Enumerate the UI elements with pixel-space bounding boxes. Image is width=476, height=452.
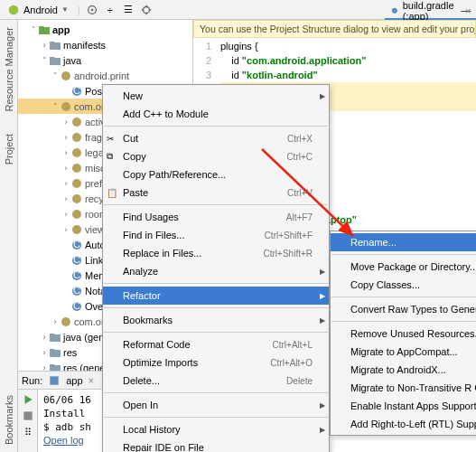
menu-item[interactable]: Delete...Delete xyxy=(103,372,329,390)
menu-item[interactable]: Replace in Files...Ctrl+Shift+R xyxy=(103,244,329,262)
menu-item[interactable]: Enable Instant Apps Support... xyxy=(331,397,476,415)
menu-item[interactable]: 📋PasteCtrl+V xyxy=(103,184,329,202)
filter-icon[interactable]: ÷ xyxy=(104,4,117,16)
rerun-icon[interactable] xyxy=(22,393,34,406)
menu-item[interactable]: Migrate to AndroidX... xyxy=(331,361,476,379)
svg-point-9 xyxy=(72,118,81,127)
svg-point-8 xyxy=(61,102,70,111)
svg-text:C: C xyxy=(73,85,80,96)
menu-item[interactable]: Reformat CodeCtrl+Alt+L xyxy=(103,335,329,353)
run-tab-name[interactable]: app xyxy=(66,375,82,386)
config-dropdown[interactable]: Android ▼ xyxy=(4,4,72,16)
menu-item[interactable]: ✂CutCtrl+X xyxy=(103,129,329,147)
svg-point-16 xyxy=(72,225,81,234)
menu-item[interactable]: Copy Classes...F5 xyxy=(331,276,476,294)
menu-item[interactable]: New▶ xyxy=(103,87,329,105)
tree-node[interactable]: ˅android.print xyxy=(18,68,192,83)
side-tab-project[interactable]: Project xyxy=(4,134,14,165)
menu-item[interactable]: Remove Unused Resources... xyxy=(331,325,476,343)
svg-text:C: C xyxy=(73,285,80,296)
menu-item[interactable]: Open In▶ xyxy=(103,396,329,414)
svg-text:C: C xyxy=(73,300,80,311)
svg-point-5 xyxy=(61,71,70,80)
context-menu[interactable]: New▶Add C++ to Module✂CutCtrl+X⧉CopyCtrl… xyxy=(102,84,330,452)
menu-item[interactable]: Refactor▶ xyxy=(103,287,329,305)
menu-item[interactable]: Move Package or Directory...F6 xyxy=(331,258,476,276)
svg-rect-30 xyxy=(23,411,32,419)
menu-item[interactable]: Optimize ImportsCtrl+Alt+O xyxy=(103,353,329,372)
tree-node[interactable]: ˅java xyxy=(18,52,192,68)
svg-point-4 xyxy=(392,8,397,14)
close-run-tab-icon[interactable]: × xyxy=(89,375,94,386)
menu-item[interactable]: Add C++ to Module xyxy=(103,105,329,123)
menu-item[interactable]: Convert Raw Types to Generics... xyxy=(331,300,476,318)
run-label: Run: xyxy=(22,375,42,386)
layout-icon[interactable]: ⠿ xyxy=(22,426,34,438)
menu-item[interactable]: Add Right-to-Left (RTL) Support... xyxy=(331,415,476,433)
svg-point-15 xyxy=(72,210,81,219)
chevron-down-icon: ▼ xyxy=(61,5,69,14)
config-label: Android xyxy=(23,5,58,15)
settings-icon[interactable] xyxy=(140,4,153,16)
side-tab-resource-manager[interactable]: Resource Manager xyxy=(4,27,14,112)
menu-item[interactable]: Repair IDE on File xyxy=(103,438,329,452)
svg-point-0 xyxy=(9,5,19,14)
android-icon xyxy=(7,4,20,16)
menu-item[interactable]: Analyze▶ xyxy=(103,262,329,280)
svg-text:C: C xyxy=(73,269,80,280)
menu-item[interactable]: Migrate to AppCompat... xyxy=(331,343,476,361)
menu-item[interactable]: Bookmarks▶ xyxy=(103,311,329,329)
menu-item[interactable]: Migrate to Non-Transitive R Classes... xyxy=(331,379,476,397)
stop-icon[interactable] xyxy=(22,410,34,422)
svg-text:C: C xyxy=(73,239,80,250)
side-tab-bookmarks[interactable]: Bookmarks xyxy=(4,395,14,445)
svg-point-3 xyxy=(143,6,149,13)
close-tab-icon[interactable]: × xyxy=(465,5,471,16)
svg-point-11 xyxy=(72,148,81,157)
menu-item[interactable]: Rename...Shift+F6 xyxy=(331,233,476,251)
menu-item[interactable]: Find in Files...Ctrl+Shift+F xyxy=(103,226,329,244)
svg-point-2 xyxy=(90,8,93,11)
menu-item[interactable]: ⧉CopyCtrl+C xyxy=(103,147,329,165)
menu-item[interactable]: Copy Path/Reference... xyxy=(103,165,329,184)
svg-point-27 xyxy=(61,317,70,326)
hint-banner[interactable]: You can use the Project Structure dialog… xyxy=(193,20,476,38)
target-icon[interactable] xyxy=(86,4,98,16)
svg-text:C: C xyxy=(73,254,80,265)
svg-point-12 xyxy=(72,164,81,173)
menu-item[interactable]: Find UsagesAlt+F7 xyxy=(103,208,329,226)
collapse-icon[interactable]: ☰ xyxy=(122,4,135,16)
svg-rect-29 xyxy=(51,376,59,384)
tree-node[interactable]: ›manifests xyxy=(18,37,192,52)
svg-point-13 xyxy=(72,179,81,188)
run-app-icon xyxy=(48,374,61,387)
tab-label: build.gradle (:app) xyxy=(403,0,458,22)
editor-tab[interactable]: build.gradle (:app) × xyxy=(385,0,476,20)
svg-point-10 xyxy=(72,133,81,142)
tree-node[interactable]: ˅app xyxy=(18,22,192,37)
refactor-submenu[interactable]: Rename...Shift+F6Move Package or Directo… xyxy=(330,231,476,436)
gradle-icon xyxy=(390,5,399,17)
menu-item[interactable]: Local History▶ xyxy=(103,420,329,438)
svg-point-14 xyxy=(72,194,81,203)
